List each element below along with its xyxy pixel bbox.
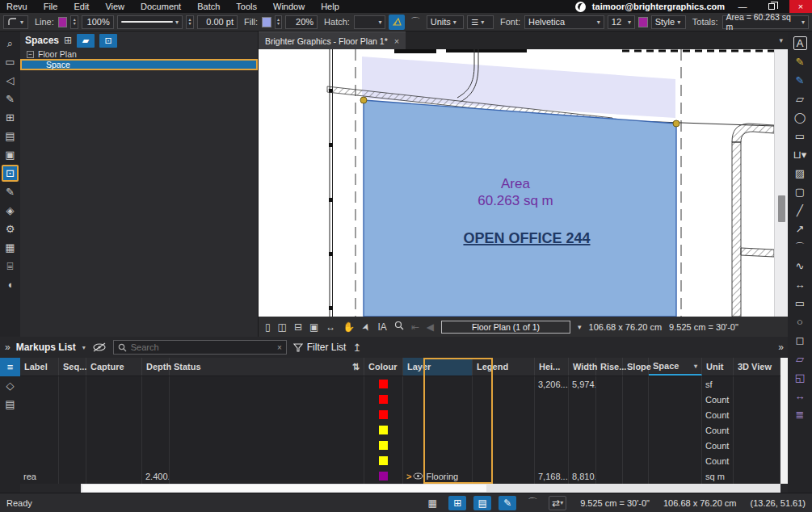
add-space-icon[interactable]: ⊞	[64, 35, 72, 46]
side-by-side-view-icon[interactable]: ◫	[278, 321, 287, 333]
arrow-tool-icon[interactable]: ↗	[792, 220, 809, 237]
markup-summary-icon[interactable]: ✎	[2, 183, 19, 200]
snapshot-tool-icon[interactable]: ▢	[792, 183, 809, 200]
spaces-tree-root[interactable]: − Floor Plan	[20, 49, 258, 59]
expand-row-arrow[interactable]: >	[406, 472, 411, 481]
lasso-tool-icon[interactable]: ◯	[792, 109, 809, 126]
markup-color-swatch[interactable]	[379, 472, 388, 481]
search-icon[interactable]: ⌕	[2, 35, 19, 52]
page-indicator[interactable]: Floor Plan (1 of 1)	[441, 321, 570, 334]
column-header-width[interactable]: Width	[569, 358, 596, 376]
curve-tool-button[interactable]: ⌒	[408, 15, 423, 30]
studio-icon[interactable]: ◖	[2, 276, 19, 293]
menu-tools[interactable]: Tools	[236, 2, 257, 11]
pdf-canvas[interactable]: Area 60.263 sq m OPEN OFFICE 244	[259, 49, 788, 317]
space-markup-region[interactable]	[364, 100, 676, 317]
toolbox-icon[interactable]: ⌸	[2, 258, 19, 275]
line-width-stepper[interactable]: ▴▾	[186, 15, 194, 29]
snap-to-document-icon[interactable]: ▤	[473, 496, 491, 510]
pan-tool-icon[interactable]: ✋	[343, 321, 355, 333]
menu-help[interactable]: Help	[321, 2, 339, 11]
menu-window[interactable]: Window	[273, 2, 305, 11]
expand-columns-icon[interactable]: »	[778, 342, 783, 353]
markup-color-swatch[interactable]	[379, 456, 388, 465]
search-input[interactable]	[131, 342, 273, 352]
image-tool-icon[interactable]: ▨	[792, 165, 809, 182]
count-measure-icon[interactable]: ≣	[792, 406, 809, 423]
column-header-view3d[interactable]: 3D View	[734, 358, 780, 376]
cutout-measure-icon[interactable]: ◱	[792, 369, 809, 386]
hatch-dropdown[interactable]: ▾	[354, 15, 386, 29]
stamp-tool-icon[interactable]: ⊔▾	[792, 146, 809, 163]
clear-search-icon[interactable]: ×	[277, 343, 282, 352]
export-summary-icon[interactable]: ↥	[352, 342, 361, 354]
line-style-dropdown[interactable]: ▾	[117, 15, 183, 29]
tab-close-icon[interactable]: ×	[394, 36, 399, 46]
markups-list-icon[interactable]: ≡	[0, 358, 20, 376]
line-opacity-value[interactable]: 100%	[82, 15, 114, 29]
line-color-swatch[interactable]	[58, 17, 68, 27]
column-header-colour[interactable]: Colour	[364, 358, 403, 376]
column-header-unit[interactable]: Unit	[702, 358, 734, 376]
sync-views-icon[interactable]: ⇄ ▾	[549, 496, 566, 510]
space-view-toggle-filled[interactable]: ▰	[77, 34, 95, 48]
column-header-rise[interactable]: Rise...	[596, 358, 623, 376]
rectangle-tool-icon[interactable]: ▭	[792, 295, 809, 312]
markups-search-box[interactable]: ×	[113, 340, 287, 355]
form-fields-icon[interactable]: ▤	[0, 395, 20, 413]
caption-style-dropdown[interactable]: ☰▾	[467, 15, 494, 29]
markup-row[interactable]: Count	[20, 453, 780, 468]
select-text-icon[interactable]: ΙA	[377, 321, 386, 333]
length-measure-icon[interactable]: ↔	[792, 388, 809, 405]
text-tool-icon[interactable]: A	[793, 36, 807, 50]
line-opacity-stepper[interactable]: ▴▾	[70, 15, 78, 29]
first-page-icon[interactable]: ⇤	[411, 321, 419, 333]
arc-tool-icon[interactable]: ⌒	[792, 239, 809, 256]
properties-icon[interactable]: ▦	[2, 239, 19, 256]
measurements-icon[interactable]: ▭	[2, 53, 19, 70]
menu-edit[interactable]: Edit	[74, 2, 89, 11]
column-header-legend[interactable]: Legend	[473, 358, 535, 376]
column-header-depth[interactable]: Depth	[142, 358, 170, 376]
dimension-tool-icon[interactable]: ↔	[792, 276, 809, 293]
markup-row[interactable]: 3,206...5,974...sf	[20, 376, 780, 392]
account-email[interactable]: taimoor@brightergraphics.com	[592, 2, 725, 11]
markup-color-swatch[interactable]	[379, 395, 388, 404]
snap-to-grid-icon[interactable]: ⊞	[448, 496, 466, 510]
bookmarks-icon[interactable]: ▣	[2, 146, 19, 163]
markups-horizontal-scrollbar[interactable]	[20, 484, 780, 493]
previous-page-icon[interactable]: ◀	[427, 321, 434, 333]
split-horizontal-view-icon[interactable]: ⊟	[294, 321, 302, 333]
markup-color-swatch[interactable]	[379, 380, 388, 388]
reuse-markup-icon[interactable]: ⌒	[524, 496, 541, 510]
column-sort-chevron[interactable]: ▾	[694, 363, 697, 370]
menu-view[interactable]: View	[105, 2, 124, 11]
column-header-label[interactable]: Label	[20, 358, 59, 376]
markup-row[interactable]: Count	[20, 438, 780, 453]
layer-visibility-eye-icon[interactable]	[413, 472, 423, 480]
menu-document[interactable]: Document	[141, 2, 181, 11]
polyline-tool-icon[interactable]: ∿	[792, 258, 809, 275]
fit-width-icon[interactable]: ↔	[326, 321, 335, 333]
fill-color-swatch[interactable]	[262, 17, 271, 27]
markups-vertical-scrollbar[interactable]	[780, 358, 788, 484]
fit-page-icon[interactable]: ▣	[309, 321, 318, 333]
markups-list-chevron[interactable]: ▾	[82, 344, 86, 351]
tool-preset-dropdown[interactable]: ▾	[3, 15, 28, 29]
file-access-icon[interactable]: ▤	[2, 128, 19, 145]
menu-batch[interactable]: Batch	[197, 2, 220, 11]
style-dropdown[interactable]: Style▾	[651, 15, 686, 29]
space-view-toggle-outline[interactable]: ⊡	[99, 34, 117, 48]
markup-row[interactable]: Count	[20, 422, 780, 438]
menu-revu[interactable]: Revu	[6, 2, 27, 11]
column-header-layer[interactable]: Layer	[403, 358, 473, 376]
column-header-hei[interactable]: Hei...	[535, 358, 569, 376]
column-header-space[interactable]: Space▾	[649, 358, 702, 376]
space-handle[interactable]	[360, 97, 367, 103]
area-measure-icon[interactable]: ▱	[792, 350, 809, 367]
space-handle[interactable]	[673, 120, 679, 127]
minimize-button[interactable]: —	[731, 0, 754, 13]
thumbnails-icon[interactable]: ⊞	[2, 109, 19, 126]
ellipse-tool-icon[interactable]: ○	[792, 313, 809, 330]
font-dropdown[interactable]: Helvetica▾	[524, 15, 604, 29]
